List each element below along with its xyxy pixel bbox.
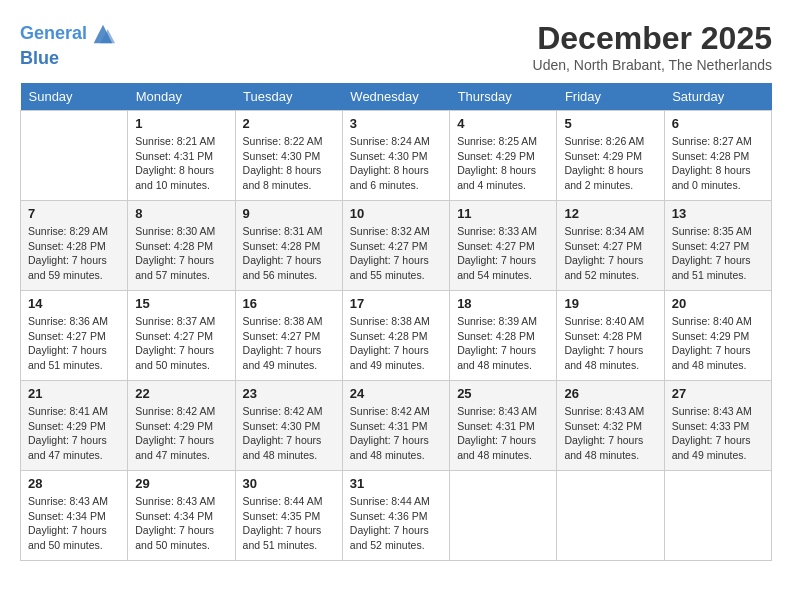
calendar-cell — [557, 471, 664, 561]
day-number: 6 — [672, 116, 764, 131]
day-number: 24 — [350, 386, 442, 401]
day-info: Sunrise: 8:41 AMSunset: 4:29 PMDaylight:… — [28, 404, 120, 463]
calendar-cell: 10Sunrise: 8:32 AMSunset: 4:27 PMDayligh… — [342, 201, 449, 291]
logo-text: General — [20, 23, 87, 45]
day-info: Sunrise: 8:22 AMSunset: 4:30 PMDaylight:… — [243, 134, 335, 193]
calendar-cell — [21, 111, 128, 201]
calendar-cell: 24Sunrise: 8:42 AMSunset: 4:31 PMDayligh… — [342, 381, 449, 471]
calendar-cell: 26Sunrise: 8:43 AMSunset: 4:32 PMDayligh… — [557, 381, 664, 471]
day-number: 14 — [28, 296, 120, 311]
location: Uden, North Brabant, The Netherlands — [533, 57, 772, 73]
calendar-table: SundayMondayTuesdayWednesdayThursdayFrid… — [20, 83, 772, 561]
header-sunday: Sunday — [21, 83, 128, 111]
day-info: Sunrise: 8:30 AMSunset: 4:28 PMDaylight:… — [135, 224, 227, 283]
logo-blue-text: Blue — [20, 48, 117, 70]
calendar-cell: 31Sunrise: 8:44 AMSunset: 4:36 PMDayligh… — [342, 471, 449, 561]
calendar-cell: 16Sunrise: 8:38 AMSunset: 4:27 PMDayligh… — [235, 291, 342, 381]
calendar-cell: 22Sunrise: 8:42 AMSunset: 4:29 PMDayligh… — [128, 381, 235, 471]
calendar-cell: 3Sunrise: 8:24 AMSunset: 4:30 PMDaylight… — [342, 111, 449, 201]
logo-icon — [89, 20, 117, 48]
day-info: Sunrise: 8:42 AMSunset: 4:30 PMDaylight:… — [243, 404, 335, 463]
day-number: 11 — [457, 206, 549, 221]
header-tuesday: Tuesday — [235, 83, 342, 111]
day-number: 30 — [243, 476, 335, 491]
day-info: Sunrise: 8:29 AMSunset: 4:28 PMDaylight:… — [28, 224, 120, 283]
header-wednesday: Wednesday — [342, 83, 449, 111]
day-info: Sunrise: 8:32 AMSunset: 4:27 PMDaylight:… — [350, 224, 442, 283]
day-info: Sunrise: 8:43 AMSunset: 4:32 PMDaylight:… — [564, 404, 656, 463]
month-title: December 2025 — [533, 20, 772, 57]
day-info: Sunrise: 8:24 AMSunset: 4:30 PMDaylight:… — [350, 134, 442, 193]
calendar-cell: 21Sunrise: 8:41 AMSunset: 4:29 PMDayligh… — [21, 381, 128, 471]
day-number: 2 — [243, 116, 335, 131]
day-info: Sunrise: 8:44 AMSunset: 4:35 PMDaylight:… — [243, 494, 335, 553]
day-info: Sunrise: 8:43 AMSunset: 4:34 PMDaylight:… — [28, 494, 120, 553]
day-info: Sunrise: 8:42 AMSunset: 4:29 PMDaylight:… — [135, 404, 227, 463]
day-number: 28 — [28, 476, 120, 491]
calendar-cell: 17Sunrise: 8:38 AMSunset: 4:28 PMDayligh… — [342, 291, 449, 381]
header-monday: Monday — [128, 83, 235, 111]
header-thursday: Thursday — [450, 83, 557, 111]
calendar-cell: 11Sunrise: 8:33 AMSunset: 4:27 PMDayligh… — [450, 201, 557, 291]
day-info: Sunrise: 8:36 AMSunset: 4:27 PMDaylight:… — [28, 314, 120, 373]
day-info: Sunrise: 8:40 AMSunset: 4:28 PMDaylight:… — [564, 314, 656, 373]
day-info: Sunrise: 8:33 AMSunset: 4:27 PMDaylight:… — [457, 224, 549, 283]
day-info: Sunrise: 8:34 AMSunset: 4:27 PMDaylight:… — [564, 224, 656, 283]
page-header: General Blue December 2025 Uden, North B… — [20, 20, 772, 73]
calendar-cell: 15Sunrise: 8:37 AMSunset: 4:27 PMDayligh… — [128, 291, 235, 381]
calendar-cell: 14Sunrise: 8:36 AMSunset: 4:27 PMDayligh… — [21, 291, 128, 381]
day-info: Sunrise: 8:25 AMSunset: 4:29 PMDaylight:… — [457, 134, 549, 193]
day-info: Sunrise: 8:21 AMSunset: 4:31 PMDaylight:… — [135, 134, 227, 193]
day-number: 31 — [350, 476, 442, 491]
title-block: December 2025 Uden, North Brabant, The N… — [533, 20, 772, 73]
calendar-cell: 2Sunrise: 8:22 AMSunset: 4:30 PMDaylight… — [235, 111, 342, 201]
day-info: Sunrise: 8:26 AMSunset: 4:29 PMDaylight:… — [564, 134, 656, 193]
day-number: 10 — [350, 206, 442, 221]
day-number: 19 — [564, 296, 656, 311]
day-info: Sunrise: 8:38 AMSunset: 4:28 PMDaylight:… — [350, 314, 442, 373]
day-info: Sunrise: 8:44 AMSunset: 4:36 PMDaylight:… — [350, 494, 442, 553]
calendar-week-2: 7Sunrise: 8:29 AMSunset: 4:28 PMDaylight… — [21, 201, 772, 291]
day-info: Sunrise: 8:43 AMSunset: 4:33 PMDaylight:… — [672, 404, 764, 463]
day-number: 21 — [28, 386, 120, 401]
calendar-cell — [450, 471, 557, 561]
calendar-cell: 25Sunrise: 8:43 AMSunset: 4:31 PMDayligh… — [450, 381, 557, 471]
logo: General Blue — [20, 20, 117, 70]
calendar-cell: 29Sunrise: 8:43 AMSunset: 4:34 PMDayligh… — [128, 471, 235, 561]
day-info: Sunrise: 8:43 AMSunset: 4:34 PMDaylight:… — [135, 494, 227, 553]
calendar-week-3: 14Sunrise: 8:36 AMSunset: 4:27 PMDayligh… — [21, 291, 772, 381]
day-number: 1 — [135, 116, 227, 131]
day-number: 18 — [457, 296, 549, 311]
calendar-cell: 9Sunrise: 8:31 AMSunset: 4:28 PMDaylight… — [235, 201, 342, 291]
calendar-cell: 4Sunrise: 8:25 AMSunset: 4:29 PMDaylight… — [450, 111, 557, 201]
day-number: 15 — [135, 296, 227, 311]
calendar-cell: 20Sunrise: 8:40 AMSunset: 4:29 PMDayligh… — [664, 291, 771, 381]
calendar-cell: 19Sunrise: 8:40 AMSunset: 4:28 PMDayligh… — [557, 291, 664, 381]
calendar-cell: 7Sunrise: 8:29 AMSunset: 4:28 PMDaylight… — [21, 201, 128, 291]
header-saturday: Saturday — [664, 83, 771, 111]
day-number: 12 — [564, 206, 656, 221]
day-number: 25 — [457, 386, 549, 401]
day-info: Sunrise: 8:39 AMSunset: 4:28 PMDaylight:… — [457, 314, 549, 373]
calendar-cell: 18Sunrise: 8:39 AMSunset: 4:28 PMDayligh… — [450, 291, 557, 381]
calendar-cell: 23Sunrise: 8:42 AMSunset: 4:30 PMDayligh… — [235, 381, 342, 471]
calendar-cell: 5Sunrise: 8:26 AMSunset: 4:29 PMDaylight… — [557, 111, 664, 201]
calendar-cell: 1Sunrise: 8:21 AMSunset: 4:31 PMDaylight… — [128, 111, 235, 201]
day-info: Sunrise: 8:35 AMSunset: 4:27 PMDaylight:… — [672, 224, 764, 283]
day-info: Sunrise: 8:37 AMSunset: 4:27 PMDaylight:… — [135, 314, 227, 373]
day-number: 20 — [672, 296, 764, 311]
calendar-cell: 28Sunrise: 8:43 AMSunset: 4:34 PMDayligh… — [21, 471, 128, 561]
calendar-cell — [664, 471, 771, 561]
day-number: 9 — [243, 206, 335, 221]
calendar-week-1: 1Sunrise: 8:21 AMSunset: 4:31 PMDaylight… — [21, 111, 772, 201]
day-number: 13 — [672, 206, 764, 221]
header-friday: Friday — [557, 83, 664, 111]
calendar-week-4: 21Sunrise: 8:41 AMSunset: 4:29 PMDayligh… — [21, 381, 772, 471]
day-info: Sunrise: 8:40 AMSunset: 4:29 PMDaylight:… — [672, 314, 764, 373]
day-number: 26 — [564, 386, 656, 401]
day-info: Sunrise: 8:31 AMSunset: 4:28 PMDaylight:… — [243, 224, 335, 283]
day-number: 16 — [243, 296, 335, 311]
day-number: 29 — [135, 476, 227, 491]
day-number: 27 — [672, 386, 764, 401]
calendar-cell: 27Sunrise: 8:43 AMSunset: 4:33 PMDayligh… — [664, 381, 771, 471]
